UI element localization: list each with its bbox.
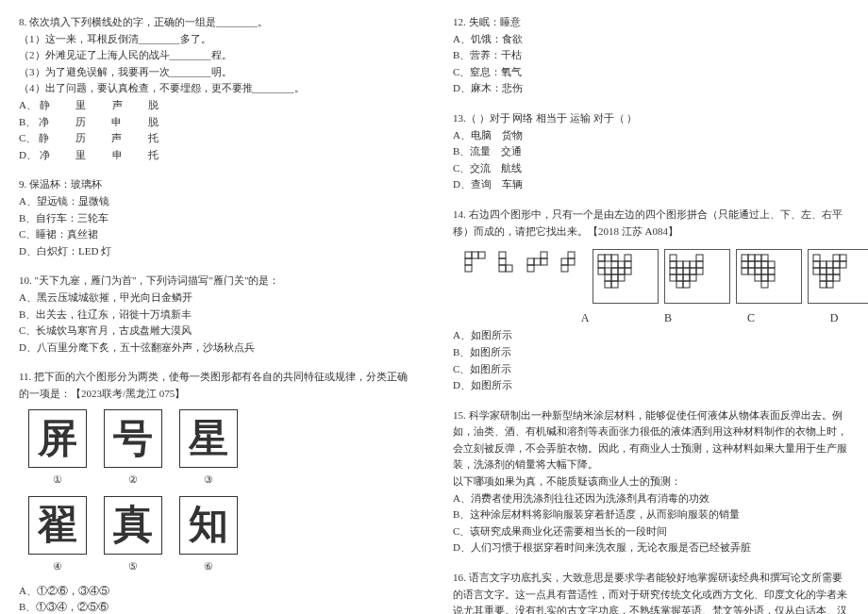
svg-rect-15 bbox=[561, 258, 568, 265]
q14-stem: 14. 右边四个图形中，只有一个是由左边的四个图形拼合（只能通过上、下、左、右平… bbox=[453, 207, 849, 240]
q9-optB: B、自行车：三轮车 bbox=[19, 210, 415, 227]
char-lbl-3: ③ bbox=[179, 472, 238, 489]
svg-rect-82 bbox=[826, 268, 833, 274]
q11-char-row1: 屏 号 星 bbox=[28, 409, 415, 468]
char-lbl-1: ① bbox=[28, 472, 87, 489]
svg-rect-38 bbox=[670, 261, 676, 268]
svg-rect-6 bbox=[499, 258, 506, 265]
svg-rect-13 bbox=[527, 265, 534, 272]
svg-rect-44 bbox=[676, 268, 683, 274]
q10-optD: D、八百里分麾下炙，五十弦翻塞外声，沙场秋点兵 bbox=[19, 340, 415, 357]
svg-rect-24 bbox=[618, 261, 625, 268]
q8-optC: C、 静 历 声 托 bbox=[19, 130, 415, 147]
svg-rect-4 bbox=[465, 265, 472, 272]
svg-rect-73 bbox=[833, 255, 840, 261]
svg-rect-12 bbox=[541, 258, 547, 265]
svg-rect-36 bbox=[670, 255, 676, 261]
q8-optD: D、 净 里 申 托 bbox=[19, 147, 415, 164]
svg-rect-55 bbox=[748, 255, 755, 261]
svg-rect-23 bbox=[611, 261, 618, 268]
svg-rect-0 bbox=[465, 252, 472, 258]
svg-rect-10 bbox=[527, 258, 534, 265]
svg-rect-68 bbox=[755, 274, 761, 281]
q14-optB: B、如图所示 bbox=[453, 344, 849, 361]
svg-rect-61 bbox=[761, 261, 768, 268]
svg-rect-58 bbox=[742, 261, 748, 268]
question-15: 15. 科学家研制出一种新型纳米涂层材料，能够促使任何液体从物体表面反弹出去。例… bbox=[453, 407, 849, 556]
q14-piece-2 bbox=[496, 249, 519, 290]
q11-label-row1: ① ② ③ bbox=[28, 472, 415, 489]
svg-rect-14 bbox=[568, 252, 575, 258]
svg-rect-18 bbox=[598, 255, 605, 261]
svg-rect-3 bbox=[465, 258, 472, 265]
right-column: 12. 失眠：睡意 A、饥饿：食欲 B、营养：干枯 C、窒息：氧气 D、麻木：悲… bbox=[434, 0, 868, 614]
char-lbl-2: ② bbox=[104, 472, 162, 489]
svg-rect-49 bbox=[676, 274, 683, 281]
q11-label-row2: ④ ⑤ ⑥ bbox=[28, 558, 415, 575]
svg-rect-47 bbox=[696, 268, 703, 274]
question-16: 16. 语言文字功底扎实，大致意思是要求学者能较好地掌握研读经典和撰写论文所需要… bbox=[453, 570, 849, 614]
q15-optB: B、这种涂层材料将影响服装穿着舒适度，从而影响服装的销量 bbox=[453, 506, 849, 523]
question-14: 14. 右边四个图形中，只有一个是由左边的四个图形拼合（只能通过上、下、左、右平… bbox=[453, 207, 849, 394]
svg-rect-43 bbox=[670, 268, 676, 274]
svg-rect-32 bbox=[611, 274, 618, 281]
q8-l3: （3）为了避免误解，我要再一次________明。 bbox=[19, 64, 415, 81]
svg-rect-17 bbox=[561, 265, 568, 272]
q15-optD: D、人们习惯于根据穿着时间来洗衣服，无论衣服是否已经被弄脏 bbox=[453, 539, 849, 556]
q14-optD: D、如图所示 bbox=[453, 377, 849, 394]
q13-optA: A、电脑 货物 bbox=[453, 127, 849, 144]
q14-optA: A、如图所示 bbox=[453, 327, 849, 344]
q8-optA: A、 静 里 声 脱 bbox=[19, 97, 415, 114]
svg-rect-26 bbox=[598, 268, 605, 274]
svg-rect-76 bbox=[820, 261, 826, 268]
q12-optD: D、麻木：悲伤 bbox=[453, 80, 849, 97]
q15-optC: C、该研究成果商业化还需要相当长的一段时间 bbox=[453, 523, 849, 540]
svg-rect-34 bbox=[605, 281, 611, 288]
svg-rect-52 bbox=[676, 281, 683, 288]
svg-rect-75 bbox=[813, 261, 820, 268]
q9-stem: 9. 保温杯：玻璃杯 bbox=[19, 176, 415, 193]
svg-rect-65 bbox=[755, 268, 761, 274]
question-12: 12. 失眠：睡意 A、饥饿：食欲 B、营养：干枯 C、窒息：氧气 D、麻木：悲… bbox=[453, 14, 849, 97]
q8-stem: 8. 依次填入下列横线处的字，正确的一组是________。 bbox=[19, 14, 415, 31]
q8-l4: （4）出了问题，要认真检查，不要埋怨，更不要推________。 bbox=[19, 80, 415, 97]
char-box-4: 翟 bbox=[28, 496, 87, 555]
svg-rect-30 bbox=[625, 268, 631, 274]
q8-l1: （1）这一来，耳根反倒清________多了。 bbox=[19, 31, 415, 48]
svg-rect-21 bbox=[625, 255, 631, 261]
svg-rect-79 bbox=[840, 261, 846, 268]
q9-optC: C、睡裙：真丝裙 bbox=[19, 226, 415, 243]
question-10: 10. "天下九塞，雁门为首"，下列诗词描写"雁门关"的是： A、黑云压城城欲摧… bbox=[19, 273, 415, 356]
q14-option-C bbox=[736, 249, 802, 304]
char-lbl-6: ⑥ bbox=[179, 558, 238, 575]
svg-rect-46 bbox=[690, 268, 696, 274]
char-box-5: 真 bbox=[104, 496, 162, 555]
q11-optB: B、①③④，②⑤⑥ bbox=[19, 599, 415, 614]
svg-rect-41 bbox=[690, 261, 696, 268]
q14-piece-1 bbox=[462, 249, 491, 290]
question-8: 8. 依次填入下列横线处的字，正确的一组是________。 （1）这一来，耳根… bbox=[19, 14, 415, 163]
q14-lbl-A: A bbox=[576, 309, 594, 327]
q12-stem: 12. 失眠：睡意 bbox=[453, 14, 849, 31]
svg-rect-29 bbox=[618, 268, 625, 274]
svg-rect-87 bbox=[820, 281, 826, 288]
svg-rect-2 bbox=[478, 252, 485, 258]
question-9: 9. 保温杯：玻璃杯 A、望远镜：显微镜 B、自行车：三轮车 C、睡裙：真丝裙 … bbox=[19, 176, 415, 259]
svg-rect-42 bbox=[696, 261, 703, 268]
q11-char-row2: 翟 真 知 bbox=[28, 496, 415, 555]
q9-optA: A、望远镜：显微镜 bbox=[19, 193, 415, 210]
q13-stem: 13.（ ）对于 网络 相当于 运输 对于（ ） bbox=[453, 110, 849, 127]
svg-rect-35 bbox=[611, 281, 618, 288]
q12-optA: A、饥饿：食欲 bbox=[453, 31, 849, 48]
q11-optA: A、①②⑥，③④⑤ bbox=[19, 583, 415, 600]
svg-rect-62 bbox=[768, 261, 775, 268]
q12-optC: C、窒息：氧气 bbox=[453, 64, 849, 81]
svg-rect-31 bbox=[605, 274, 611, 281]
svg-rect-37 bbox=[696, 255, 703, 261]
svg-rect-7 bbox=[499, 265, 506, 272]
svg-rect-60 bbox=[755, 261, 761, 268]
q12-optB: B、营养：干枯 bbox=[453, 47, 849, 64]
svg-rect-11 bbox=[534, 258, 541, 265]
q13-optB: B、流量 交通 bbox=[453, 143, 849, 160]
svg-rect-57 bbox=[761, 255, 768, 261]
